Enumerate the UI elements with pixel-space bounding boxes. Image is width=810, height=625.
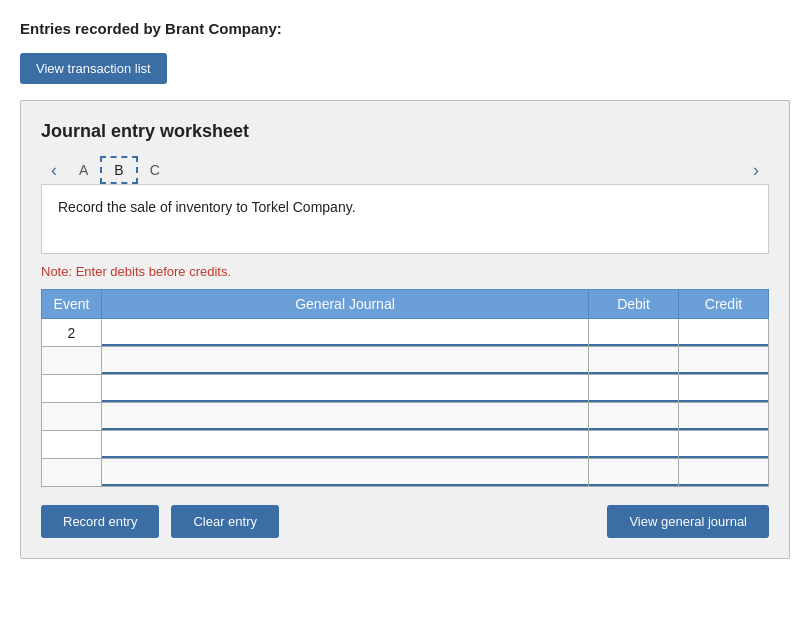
gj-cell-4[interactable] <box>102 403 589 431</box>
tab-navigation: ‹ A B C › <box>41 156 769 184</box>
gj-cell-2[interactable] <box>102 347 589 375</box>
journal-table: Event General Journal Debit Credit 2 <box>41 289 769 487</box>
credit-cell-3[interactable] <box>679 375 769 403</box>
credit-cell-5[interactable] <box>679 431 769 459</box>
record-entry-button[interactable]: Record entry <box>41 505 159 538</box>
gj-input-4[interactable] <box>102 404 588 430</box>
event-cell-5 <box>42 431 102 459</box>
credit-input-4[interactable] <box>679 404 768 430</box>
debit-cell-5[interactable] <box>589 431 679 459</box>
credit-cell-4[interactable] <box>679 403 769 431</box>
worksheet-title: Journal entry worksheet <box>41 121 769 142</box>
table-row <box>42 347 769 375</box>
credit-input-3[interactable] <box>679 376 768 402</box>
col-header-event: Event <box>42 290 102 319</box>
credit-input-6[interactable] <box>679 460 768 486</box>
debit-input-1[interactable] <box>589 320 678 346</box>
gj-cell-5[interactable] <box>102 431 589 459</box>
gj-cell-6[interactable] <box>102 459 589 487</box>
instruction-text: Record the sale of inventory to Torkel C… <box>58 199 356 215</box>
gj-input-2[interactable] <box>102 348 588 374</box>
credit-cell-2[interactable] <box>679 347 769 375</box>
debit-cell-1[interactable] <box>589 319 679 347</box>
instruction-box: Record the sale of inventory to Torkel C… <box>41 184 769 254</box>
event-cell-4 <box>42 403 102 431</box>
col-header-credit: Credit <box>679 290 769 319</box>
table-row <box>42 431 769 459</box>
action-buttons: Record entry Clear entry View general jo… <box>41 505 769 538</box>
gj-input-6[interactable] <box>102 460 588 486</box>
debit-cell-6[interactable] <box>589 459 679 487</box>
credit-cell-6[interactable] <box>679 459 769 487</box>
event-cell-1: 2 <box>42 319 102 347</box>
journal-entry-worksheet: Journal entry worksheet ‹ A B C › Record… <box>20 100 790 559</box>
table-row: 2 <box>42 319 769 347</box>
gj-input-1[interactable] <box>102 320 588 346</box>
clear-entry-button[interactable]: Clear entry <box>171 505 279 538</box>
credit-input-1[interactable] <box>679 320 768 346</box>
page-title: Entries recorded by Brant Company: <box>20 20 790 37</box>
prev-arrow-icon[interactable]: ‹ <box>41 160 67 181</box>
debit-cell-3[interactable] <box>589 375 679 403</box>
tab-a[interactable]: A <box>67 158 100 182</box>
note-text: Note: Enter debits before credits. <box>41 264 769 279</box>
debit-cell-4[interactable] <box>589 403 679 431</box>
credit-input-5[interactable] <box>679 432 768 458</box>
debit-input-4[interactable] <box>589 404 678 430</box>
tab-c[interactable]: C <box>138 158 172 182</box>
tab-b[interactable]: B <box>100 156 137 184</box>
table-row <box>42 403 769 431</box>
event-cell-3 <box>42 375 102 403</box>
col-header-debit: Debit <box>589 290 679 319</box>
event-cell-2 <box>42 347 102 375</box>
event-cell-6 <box>42 459 102 487</box>
debit-input-3[interactable] <box>589 376 678 402</box>
credit-cell-1[interactable] <box>679 319 769 347</box>
gj-input-5[interactable] <box>102 432 588 458</box>
view-transaction-list-button[interactable]: View transaction list <box>20 53 167 84</box>
gj-input-3[interactable] <box>102 376 588 402</box>
debit-input-6[interactable] <box>589 460 678 486</box>
col-header-general-journal: General Journal <box>102 290 589 319</box>
table-row <box>42 375 769 403</box>
next-arrow-icon[interactable]: › <box>743 160 769 181</box>
debit-cell-2[interactable] <box>589 347 679 375</box>
debit-input-2[interactable] <box>589 348 678 374</box>
table-row <box>42 459 769 487</box>
credit-input-2[interactable] <box>679 348 768 374</box>
view-general-journal-button[interactable]: View general journal <box>607 505 769 538</box>
gj-cell-3[interactable] <box>102 375 589 403</box>
debit-input-5[interactable] <box>589 432 678 458</box>
gj-cell-1[interactable] <box>102 319 589 347</box>
